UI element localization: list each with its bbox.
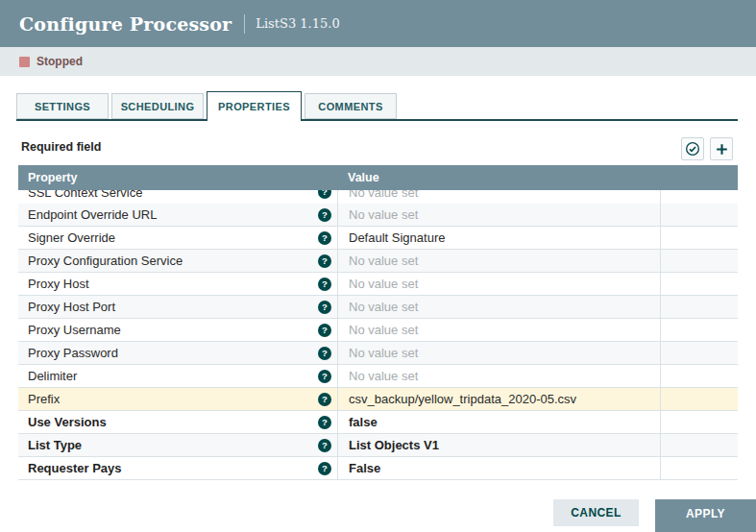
tab-settings[interactable]: SETTINGS <box>16 93 109 119</box>
property-value[interactable]: false <box>337 411 660 433</box>
required-field-label: Required field <box>21 140 101 154</box>
table-row[interactable]: Signer Override? Default Signature <box>18 227 738 250</box>
table-row[interactable]: Proxy Configuration Service? No value se… <box>18 250 738 273</box>
add-property-button[interactable] <box>710 137 733 160</box>
property-name: SSL Context Service <box>28 190 142 200</box>
question-mark-icon[interactable]: ? <box>318 393 331 406</box>
dialog-title: Configure Processor <box>19 13 232 35</box>
table-row[interactable]: Use Versions? false <box>18 411 738 434</box>
processor-name-version: ListS3 1.15.0 <box>256 16 339 31</box>
table-row[interactable]: Proxy Password? No value set <box>18 342 738 365</box>
property-value[interactable]: No value set <box>337 296 660 318</box>
status-label: Stopped <box>37 55 83 68</box>
table-row[interactable]: Delimiter? No value set <box>18 365 738 388</box>
question-mark-icon[interactable]: ? <box>318 324 331 337</box>
property-value[interactable]: False <box>337 457 660 479</box>
plus-icon <box>715 142 729 157</box>
apply-button[interactable]: APPLY <box>655 499 756 532</box>
table-row[interactable]: Proxy Username? No value set <box>18 319 738 342</box>
property-name: Proxy Host <box>28 277 89 291</box>
question-mark-icon[interactable]: ? <box>318 416 331 429</box>
question-mark-icon[interactable]: ? <box>318 370 331 383</box>
table-row[interactable]: Proxy Host? No value set <box>18 273 738 296</box>
property-value[interactable]: No value set <box>337 204 660 226</box>
table-row[interactable]: List Type? List Objects V1 <box>18 434 738 457</box>
question-mark-icon[interactable]: ? <box>318 231 331 245</box>
row-actions-cell <box>660 296 738 318</box>
property-value[interactable]: No value set <box>337 319 660 341</box>
column-header-value: Value <box>337 171 660 184</box>
row-actions-cell <box>660 365 738 387</box>
tab-comments[interactable]: COMMENTS <box>305 93 397 119</box>
property-name: Proxy Password <box>28 346 118 360</box>
table-row[interactable]: Proxy Host Port? No value set <box>18 296 738 319</box>
verify-properties-button[interactable] <box>681 137 704 160</box>
property-value[interactable]: No value set <box>337 365 660 387</box>
property-name: Proxy Host Port <box>28 300 115 314</box>
property-value[interactable]: No value set <box>337 190 660 204</box>
status-bar: Stopped <box>0 47 756 76</box>
row-actions-cell <box>660 411 738 433</box>
question-mark-icon[interactable]: ? <box>318 208 331 222</box>
row-actions-cell <box>660 227 738 249</box>
property-value[interactable]: No value set <box>337 250 660 272</box>
property-value[interactable]: No value set <box>337 273 660 295</box>
stopped-icon <box>19 57 30 67</box>
row-actions-cell <box>660 342 738 364</box>
property-name: List Type <box>28 438 82 452</box>
partially-visible-row: SSL Context Service? No value set <box>18 190 738 204</box>
row-actions-cell <box>660 250 738 272</box>
properties-toolbar <box>681 137 739 160</box>
configure-processor-dialog: Configure Processor ListS3 1.15.0 Stoppe… <box>0 0 756 532</box>
property-name: Proxy Configuration Service <box>28 254 183 268</box>
question-mark-icon[interactable]: ? <box>318 254 331 268</box>
column-header-property: Property <box>18 171 337 184</box>
property-name: Endpoint Override URL <box>28 207 157 222</box>
row-actions-cell <box>660 204 738 226</box>
property-name: Delimiter <box>28 369 77 383</box>
property-name: Requester Pays <box>28 461 122 475</box>
row-actions-cell <box>660 434 738 456</box>
question-mark-icon[interactable]: ? <box>318 439 331 452</box>
property-name: Use Versions <box>28 415 107 429</box>
row-actions-cell <box>660 388 738 410</box>
tab-scheduling[interactable]: SCHEDULING <box>111 93 204 119</box>
table-header: Property Value <box>18 165 738 190</box>
check-circle-icon <box>685 141 700 157</box>
table-row-prefix-highlighted[interactable]: Prefix? csv_backup/yellow_tripdata_2020-… <box>18 388 738 411</box>
row-actions-cell <box>660 457 738 479</box>
question-mark-icon[interactable]: ? <box>318 278 331 291</box>
property-name: Proxy Username <box>28 323 121 337</box>
property-value[interactable]: No value set <box>337 342 660 364</box>
cancel-button[interactable]: CANCEL <box>553 499 639 526</box>
property-value[interactable]: csv_backup/yellow_tripdata_2020-05.csv <box>337 388 660 410</box>
question-mark-icon[interactable]: ? <box>318 462 331 475</box>
question-mark-icon[interactable]: ? <box>318 190 331 199</box>
table-row[interactable]: Requester Pays? False <box>18 457 738 480</box>
property-name: Signer Override <box>28 230 115 245</box>
question-mark-icon[interactable]: ? <box>318 301 331 314</box>
row-actions-cell <box>660 319 738 341</box>
property-value[interactable]: List Objects V1 <box>337 434 660 456</box>
row-actions-cell <box>660 190 738 204</box>
property-value[interactable]: Default Signature <box>337 227 660 249</box>
title-divider <box>244 14 245 34</box>
properties-table: Property Value SSL Context Service? No v… <box>18 165 738 480</box>
tab-bar: SETTINGS SCHEDULING PROPERTIES COMMENTS <box>16 93 400 123</box>
tab-properties[interactable]: PROPERTIES <box>207 91 302 121</box>
property-name: Prefix <box>28 392 60 406</box>
row-actions-cell <box>660 273 738 295</box>
table-row[interactable]: SSL Context Service? No value set <box>18 190 738 204</box>
question-mark-icon[interactable]: ? <box>318 347 331 360</box>
dialog-header: Configure Processor ListS3 1.15.0 <box>0 0 756 47</box>
table-row[interactable]: Endpoint Override URL? No value set <box>18 204 738 227</box>
